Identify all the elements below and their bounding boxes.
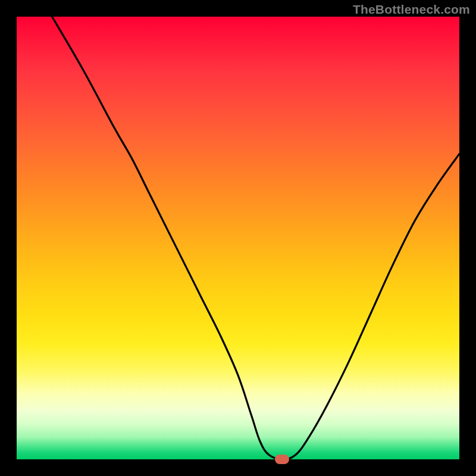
chart-frame: TheBottleneck.com bbox=[0, 0, 476, 476]
watermark-text: TheBottleneck.com bbox=[353, 2, 470, 17]
plot-area bbox=[17, 17, 459, 459]
curve-svg bbox=[17, 17, 459, 459]
bottleneck-curve bbox=[52, 17, 459, 459]
